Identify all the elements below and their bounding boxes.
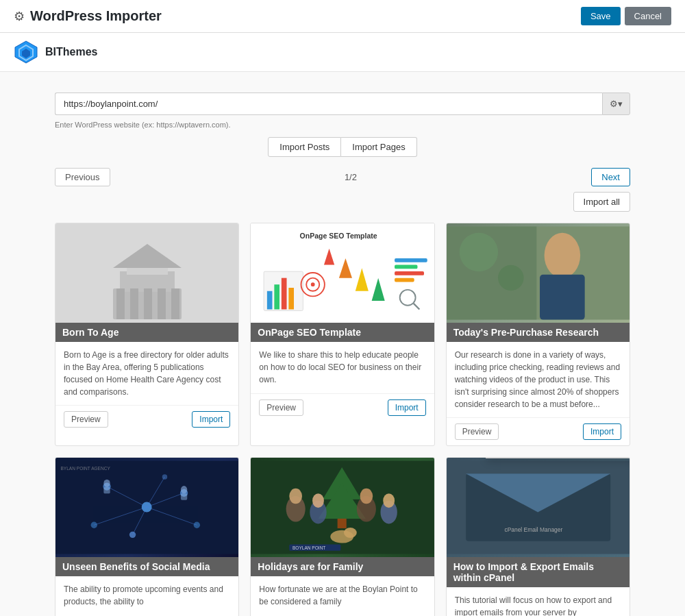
svg-rect-8 [130,288,138,319]
post-title-born-to-age: Born To Age [55,323,238,342]
post-excerpt-holidays: How fortunate we are at the Boylan Point… [251,576,434,616]
url-section: ⚙▾ [55,93,630,115]
post-title-research: Today's Pre-Purchase Research [447,323,630,342]
post-excerpt-email: This tutorial will focus on how to expor… [447,587,630,616]
brand-name: BIThemes [45,46,97,58]
svg-rect-19 [267,291,273,310]
post-thumbnail-research [447,223,630,323]
post-thumbnail-seo: OnPage SEO Template [251,223,434,323]
post-excerpt-seo: We like to share this to help educate pe… [251,342,434,393]
header-left: ⚙ WordPress Importer [14,8,162,24]
post-title-seo: OnPage SEO Template [251,323,434,342]
post-card-email: cPanel Email Manager How to Import & Exp… [446,457,630,616]
svg-point-66 [360,489,373,504]
do-not-check-menu-item[interactable]: 🔔 Do Not Check for New Mail [486,457,630,458]
svg-rect-7 [116,288,125,319]
previous-button[interactable]: Previous [55,168,110,186]
social-illustration: BYLAN POINT AGENCY [55,458,238,557]
email-dropdown-menu: + New Message ↻ 📥 Inbox (52) 📄 Dra.. [486,457,630,458]
import-all-button[interactable]: Import all [573,192,630,212]
research-photo [447,223,630,323]
page-title: WordPress Importer [30,8,162,24]
header: ⚙ WordPress Importer Save Cancel [0,0,685,33]
svg-text:OnPage SEO Template: OnPage SEO Template [300,232,377,240]
svg-rect-21 [282,278,287,310]
svg-point-45 [162,474,168,480]
svg-rect-26 [395,258,427,262]
svg-rect-11 [171,288,179,319]
import-button-seo[interactable]: Import [388,399,426,416]
svg-point-62 [290,489,303,504]
holiday-illustration: BOYLAN POINT [251,458,434,557]
building-icon [106,241,188,323]
posts-grid-wrapper: Born To Age Born to Age is a free direct… [55,223,630,616]
svg-rect-10 [158,288,166,319]
post-card-born-to-age: Born To Age Born to Age is a free direct… [55,223,239,446]
svg-point-37 [498,265,524,291]
post-actions-research: Preview Import [447,417,630,445]
svg-marker-6 [113,244,182,268]
preview-button-born-to-age[interactable]: Preview [64,411,108,428]
post-actions-born-to-age: Preview Import [55,405,238,433]
svg-point-70 [344,528,357,538]
svg-text:BYLAN POINT AGENCY: BYLAN POINT AGENCY [61,466,111,471]
post-card-social-media: BYLAN POINT AGENCY Unseen Benefits of So… [55,457,239,616]
svg-rect-60 [338,519,347,528]
posts-grid: Born To Age Born to Age is a free direct… [55,223,630,616]
post-thumbnail-email: cPanel Email Manager [447,458,630,557]
brand-logo-icon [14,40,38,64]
svg-rect-9 [144,288,152,319]
post-card-research: Today's Pre-Purchase Research Our resear… [446,223,630,446]
url-settings-button[interactable]: ⚙▾ [602,93,630,115]
svg-point-64 [312,493,324,508]
post-thumbnail-holidays: BOYLAN POINT [251,458,434,557]
post-actions-seo: Preview Import [251,393,434,421]
preview-button-seo[interactable]: Preview [259,399,303,416]
svg-rect-28 [395,271,424,275]
cancel-button[interactable]: Cancel [625,7,671,25]
svg-point-54 [181,486,187,493]
save-button[interactable]: Save [581,7,621,25]
post-title-email: How to Import & Export Emails within cPa… [447,557,630,587]
import-button-born-to-age[interactable]: Import [192,411,230,428]
svg-text:BOYLAN POINT: BOYLAN POINT [292,545,325,550]
svg-point-52 [103,480,110,487]
svg-point-33 [544,233,580,278]
svg-point-36 [459,233,497,271]
svg-rect-20 [275,284,280,309]
svg-point-25 [311,282,315,286]
post-excerpt-born-to-age: Born to Age is a free directory for olde… [55,342,238,405]
svg-point-68 [384,493,395,508]
page-info: 1/2 [345,172,357,182]
import-button-research[interactable]: Import [583,423,621,440]
svg-rect-22 [289,288,295,310]
next-button[interactable]: Next [591,168,630,186]
svg-rect-29 [395,278,414,282]
import-tabs: Import Posts Import Pages [55,137,630,157]
pagination-row: Previous 1/2 Next [55,168,630,186]
tab-import-posts[interactable]: Import Posts [268,137,341,157]
svg-rect-55 [181,493,187,500]
import-all-row: Import all [55,192,630,212]
email-illustration: cPanel Email Manager [447,458,630,557]
main-content: ⚙▾ Enter WordPress website (ex: https://… [0,72,685,616]
svg-point-44 [129,532,136,538]
preview-button-research[interactable]: Preview [455,423,499,440]
post-excerpt-social: The ability to promote upcoming events a… [55,576,238,616]
seo-illustration: OnPage SEO Template [251,223,434,323]
url-input[interactable] [55,93,602,115]
post-title-holidays: Holidays are for Family [251,557,434,576]
tab-import-pages[interactable]: Import Pages [341,137,416,157]
post-thumbnail-born-to-age [55,223,238,323]
post-thumbnail-social: BYLAN POINT AGENCY [55,458,238,557]
svg-rect-34 [540,275,585,320]
post-excerpt-research: Our research is done in a variety of way… [447,342,630,417]
post-card-onpage-seo: OnPage SEO Template [250,223,434,446]
svg-text:cPanel Email Manager: cPanel Email Manager [504,526,562,533]
svg-rect-27 [395,265,417,269]
svg-rect-53 [103,487,110,493]
post-title-social: Unseen Benefits of Social Media [55,557,238,576]
url-hint: Enter WordPress website (ex: https://wpt… [55,121,630,129]
post-card-holidays: BOYLAN POINT Holidays are for Family How… [250,457,434,616]
brand-bar: BIThemes [0,33,685,72]
